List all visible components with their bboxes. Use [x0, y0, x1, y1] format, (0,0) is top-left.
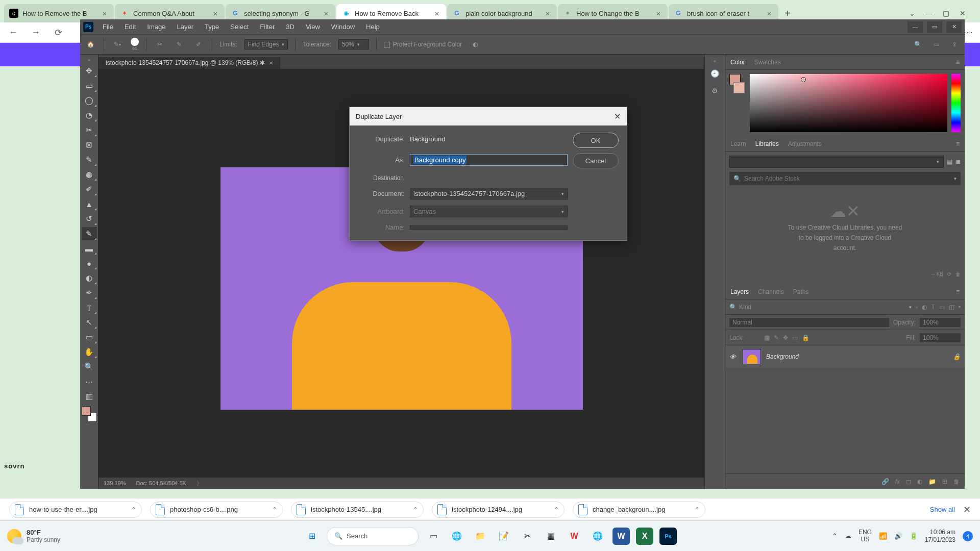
maximize-icon[interactable]: ▢ — [943, 9, 949, 17]
stamp-tool-icon[interactable]: ▲ — [82, 197, 97, 211]
dialog-titlebar[interactable]: Duplicate Layer ✕ — [350, 107, 627, 126]
chrome-icon-2[interactable]: 🌐 — [589, 528, 606, 545]
filter-type-icon[interactable]: T — [931, 304, 935, 311]
lock-position-icon[interactable]: ✥ — [783, 334, 788, 341]
close-icon[interactable]: × — [654, 9, 663, 17]
volume-icon[interactable]: 🔊 — [894, 532, 902, 540]
forward-button[interactable]: → — [29, 26, 43, 40]
explorer-icon[interactable]: 📁 — [472, 528, 489, 545]
sampling-swatch-icon[interactable]: ✐ — [192, 38, 205, 51]
layer-fx-icon[interactable]: fx — [895, 478, 900, 485]
filter-shape-icon[interactable]: ▭ — [939, 304, 945, 311]
brush-tool-icon[interactable]: ✐ — [82, 183, 97, 196]
dodge-tool-icon[interactable]: ◐ — [82, 271, 97, 285]
excel-icon[interactable]: X — [636, 528, 653, 545]
filter-adjust-icon[interactable]: ◐ — [922, 304, 927, 311]
ok-button[interactable]: OK — [573, 133, 619, 148]
menu-image[interactable]: Image — [142, 21, 170, 32]
brush-preview-icon[interactable] — [131, 38, 139, 46]
filter-pixel-icon[interactable]: ▫ — [916, 304, 918, 311]
chevron-up-icon[interactable]: ⌃ — [131, 506, 136, 513]
reload-button[interactable]: ⟳ — [51, 26, 65, 40]
menu-type[interactable]: Type — [200, 21, 224, 32]
menu-3d[interactable]: 3D — [281, 21, 300, 32]
lock-artboard-icon[interactable]: ▭ — [792, 334, 798, 341]
color-field[interactable] — [750, 74, 947, 132]
close-icon[interactable]: ✕ — [614, 112, 621, 121]
share-icon[interactable]: ⇪ — [948, 38, 961, 51]
close-icon[interactable]: ✕ — [269, 60, 273, 66]
grid-view-icon[interactable]: ▦ — [947, 158, 952, 165]
tab-learn[interactable]: Learn — [730, 140, 746, 147]
start-button[interactable]: ⊞ — [303, 528, 321, 545]
clock[interactable]: 10:06 am17/01/2023 — [925, 529, 955, 543]
download-item[interactable]: photoshop-cs6-b....png⌃ — [150, 502, 283, 518]
group-icon[interactable]: 📁 — [928, 478, 936, 485]
color-swatch-pair[interactable] — [729, 74, 746, 132]
crop-tool-icon[interactable]: ✂ — [82, 123, 97, 137]
properties-panel-icon[interactable]: ⚙ — [707, 83, 723, 98]
chrome-icon[interactable]: 🌐 — [448, 528, 465, 545]
search-icon[interactable]: 🔍 — [912, 38, 924, 51]
task-view-icon[interactable]: ▭ — [425, 528, 442, 545]
chevron-up-icon[interactable]: ⌃ — [695, 506, 700, 513]
chevron-up-icon[interactable]: ⌃ — [413, 506, 418, 513]
layer-thumbnail[interactable] — [743, 349, 761, 364]
menu-layer[interactable]: Layer — [172, 21, 199, 32]
adjustment-layer-icon[interactable]: ◐ — [917, 478, 922, 485]
frame-tool-icon[interactable]: ⊠ — [82, 138, 97, 152]
eraser-tool-icon[interactable]: ✎ — [82, 227, 97, 240]
workspace-icon[interactable]: ▭ — [930, 38, 942, 51]
close-icon[interactable]: × — [765, 9, 773, 17]
home-icon[interactable]: 🏠 — [84, 38, 96, 51]
ps-minimize-icon[interactable]: — — [908, 21, 923, 33]
zoom-tool-icon[interactable]: 🔍 — [82, 360, 97, 373]
snip-icon[interactable]: ✂ — [519, 528, 536, 545]
move-tool-icon[interactable]: ✥ — [82, 64, 97, 78]
taskbar-search[interactable]: 🔍Search — [327, 527, 419, 545]
chevron-up-icon[interactable]: ⌃ — [272, 506, 277, 513]
show-all-downloads[interactable]: Show all — [930, 506, 955, 513]
cancel-button[interactable]: Cancel — [573, 153, 619, 168]
panel-menu-icon[interactable]: ≡ — [956, 140, 960, 147]
healing-tool-icon[interactable]: ◍ — [82, 168, 97, 181]
notification-badge[interactable]: 4 — [963, 531, 973, 541]
link-layers-icon[interactable]: 🔗 — [881, 478, 889, 485]
close-icon[interactable]: × — [101, 9, 109, 17]
visibility-icon[interactable]: 👁 — [729, 353, 738, 361]
hand-tool-icon[interactable]: ✋ — [82, 345, 97, 359]
layer-mask-icon[interactable]: ◻ — [906, 478, 911, 485]
lock-transparent-icon[interactable]: ▦ — [764, 334, 770, 341]
blur-tool-icon[interactable]: ● — [82, 257, 97, 270]
photoshop-icon[interactable]: Ps — [659, 528, 677, 545]
limits-select[interactable]: Find Edges▾ — [244, 39, 288, 49]
weather-widget[interactable]: 80°FPartly sunny — [7, 529, 60, 543]
tab-channels[interactable]: Channels — [758, 288, 784, 295]
status-menu-icon[interactable]: 〉 — [197, 480, 202, 487]
tolerance-select[interactable]: 50%▾ — [338, 39, 369, 49]
trash-icon[interactable]: 🗑 — [955, 271, 961, 277]
tab-color[interactable]: Color — [730, 59, 745, 66]
lock-paint-icon[interactable]: ✎ — [774, 334, 779, 341]
close-icon[interactable]: × — [211, 9, 219, 17]
eyedropper-tool-icon[interactable]: ✎ — [82, 153, 97, 166]
list-view-icon[interactable]: ≣ — [955, 158, 961, 165]
chevron-down-icon[interactable]: ⌄ — [909, 9, 915, 17]
wifi-icon[interactable]: 📶 — [879, 532, 887, 540]
word-icon[interactable]: W — [612, 528, 630, 545]
lock-all-icon[interactable]: 🔒 — [802, 334, 810, 341]
close-icon[interactable]: ✕ — [960, 9, 966, 17]
menu-edit[interactable]: Edit — [119, 21, 141, 32]
edit-toolbar-icon[interactable]: ▥ — [82, 390, 97, 403]
menu-filter[interactable]: Filter — [255, 21, 280, 32]
sampling-continuous-icon[interactable]: ✂ — [154, 38, 166, 51]
sync-icon[interactable]: ⟳ — [947, 271, 951, 277]
app-icon[interactable]: ▦ — [542, 528, 559, 545]
fill-input[interactable]: 100% — [920, 333, 961, 342]
minimize-icon[interactable]: — — [925, 9, 933, 17]
library-search-input[interactable]: 🔍 Search Adobe Stock ▾ — [729, 172, 961, 185]
tab-paths[interactable]: Paths — [793, 288, 809, 295]
marquee-tool-icon[interactable]: ▭ — [82, 79, 97, 92]
download-item[interactable]: istockphoto-12494....jpg⌃ — [432, 502, 565, 518]
download-item[interactable]: istockphoto-13545....jpg⌃ — [291, 502, 424, 518]
